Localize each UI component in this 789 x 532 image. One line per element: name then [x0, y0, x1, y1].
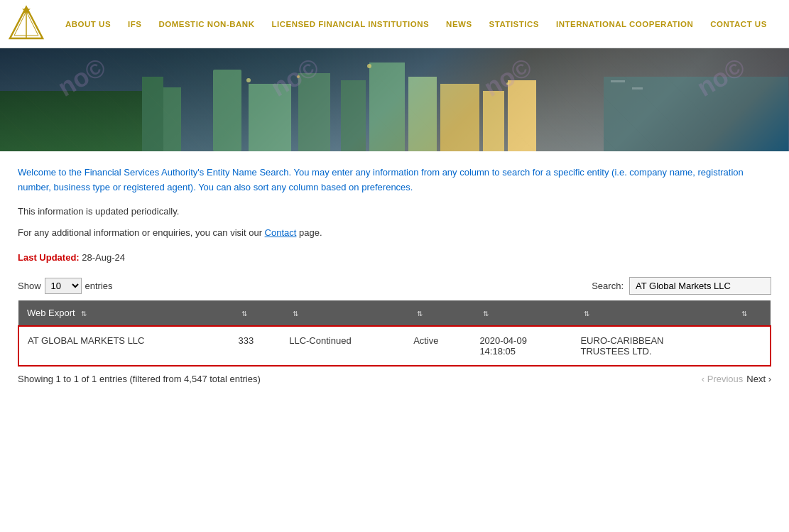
- table-footer: Showing 1 to 1 of 1 entries (filtered fr…: [18, 374, 771, 384]
- sort-icon-col7[interactable]: ⇅: [741, 310, 747, 317]
- nav-item-contact-us[interactable]: CONTACT US: [702, 20, 776, 28]
- search-box: Search:: [592, 277, 771, 295]
- col-4[interactable]: ⇅: [405, 300, 471, 326]
- sort-icon-col4[interactable]: ⇅: [417, 310, 423, 317]
- cell-reg-number: 333: [229, 326, 281, 366]
- hero-banner: no© no© no© no©: [0, 48, 789, 151]
- last-updated-value: 28-Aug-24: [80, 252, 125, 263]
- svg-rect-16: [440, 84, 479, 151]
- previous-button[interactable]: ‹ Previous: [702, 374, 744, 384]
- svg-rect-18: [508, 80, 536, 151]
- intro-paragraph: Welcome to the Financial Services Author…: [18, 165, 771, 195]
- svg-point-19: [246, 78, 251, 82]
- sort-icon-col6[interactable]: ⇅: [584, 310, 589, 317]
- svg-rect-13: [341, 80, 366, 151]
- sort-icon-col5[interactable]: ⇅: [483, 310, 489, 317]
- contact-link[interactable]: Contact: [265, 227, 297, 238]
- col-6[interactable]: ⇅: [572, 300, 729, 326]
- table-header-row: Web Export ⇅ ⇅ ⇅ ⇅ ⇅ ⇅: [18, 300, 771, 326]
- col-5[interactable]: ⇅: [471, 300, 572, 326]
- sort-icon-col2[interactable]: ⇅: [241, 310, 247, 317]
- cell-date: 2020-04-09 14:18:05: [471, 326, 572, 366]
- show-entries-control: Show 10 25 50 100 entries: [18, 278, 113, 294]
- site-logo[interactable]: [7, 4, 46, 43]
- nav-item-international-cooperation[interactable]: INTERNATIONAL COOPERATION: [548, 20, 702, 28]
- col-3[interactable]: ⇅: [281, 300, 405, 326]
- svg-point-20: [297, 75, 300, 78]
- next-button[interactable]: Next ›: [746, 374, 771, 384]
- search-input[interactable]: [629, 277, 771, 295]
- show-label: Show: [18, 281, 41, 291]
- sort-icon-col1[interactable]: ⇅: [81, 310, 87, 317]
- svg-rect-12: [298, 73, 330, 151]
- nav-item-news[interactable]: NEWS: [437, 20, 481, 28]
- col-7[interactable]: ⇅: [729, 300, 771, 326]
- nav-item-domestic-non-bank[interactable]: DOMESTIC NON-BANK: [150, 20, 263, 28]
- contact-text-after: page.: [296, 227, 322, 238]
- svg-rect-11: [249, 84, 291, 151]
- svg-point-22: [506, 82, 509, 85]
- sort-icon-col3[interactable]: ⇅: [293, 310, 298, 317]
- entries-label: entries: [85, 281, 113, 291]
- updated-note: This information is updated periodically…: [18, 206, 771, 217]
- cell-extra: [729, 326, 771, 366]
- search-label: Search:: [592, 281, 624, 291]
- svg-rect-17: [483, 91, 504, 151]
- svg-rect-7: [604, 77, 788, 151]
- svg-rect-6: [0, 91, 142, 151]
- svg-rect-10: [213, 70, 241, 151]
- entries-select[interactable]: 10 25 50 100: [45, 278, 82, 294]
- col-web-export[interactable]: Web Export ⇅: [18, 300, 229, 326]
- svg-rect-23: [611, 80, 625, 82]
- last-updated: Last Updated: 28-Aug-24: [18, 252, 771, 263]
- table-row: AT GLOBAL MARKETS LLC 333 LLC-Continued …: [18, 326, 771, 366]
- svg-rect-24: [632, 87, 643, 89]
- col-2[interactable]: ⇅: [229, 300, 281, 326]
- nav-item-licensed-fi[interactable]: LICENSED FINANCIAL INSTITUTIONS: [263, 20, 437, 28]
- showing-entries-text: Showing 1 to 1 of 1 entries (filtered fr…: [18, 374, 261, 384]
- cell-status: Active: [405, 326, 471, 366]
- contact-text-before: For any additional information or enquir…: [18, 227, 265, 238]
- main-content: Welcome to the Financial Services Author…: [0, 151, 789, 398]
- navigation: ABOUT US IFS DOMESTIC NON-BANK LICENSED …: [0, 0, 789, 48]
- nav-item-about-us[interactable]: ABOUT US: [57, 20, 119, 28]
- entity-table: Web Export ⇅ ⇅ ⇅ ⇅ ⇅ ⇅: [18, 300, 771, 367]
- pagination: ‹ Previous Next ›: [702, 374, 771, 384]
- svg-point-21: [367, 64, 371, 68]
- cell-entity-name: AT GLOBAL MARKETS LLC: [18, 326, 229, 366]
- contact-paragraph: For any additional information or enquir…: [18, 227, 771, 238]
- nav-menu: ABOUT US IFS DOMESTIC NON-BANK LICENSED …: [57, 20, 782, 28]
- svg-rect-14: [369, 63, 405, 151]
- table-controls: Show 10 25 50 100 entries Search:: [18, 277, 771, 295]
- cell-agent: EURO-CARIBBEAN TRUSTEES LTD.: [572, 326, 729, 366]
- cell-business-type: LLC-Continued: [281, 326, 405, 366]
- nav-item-statistics[interactable]: STATISTICS: [481, 20, 548, 28]
- svg-rect-15: [408, 77, 437, 151]
- svg-rect-8: [142, 77, 163, 151]
- nav-item-ifs[interactable]: IFS: [119, 20, 150, 28]
- svg-rect-9: [163, 87, 181, 151]
